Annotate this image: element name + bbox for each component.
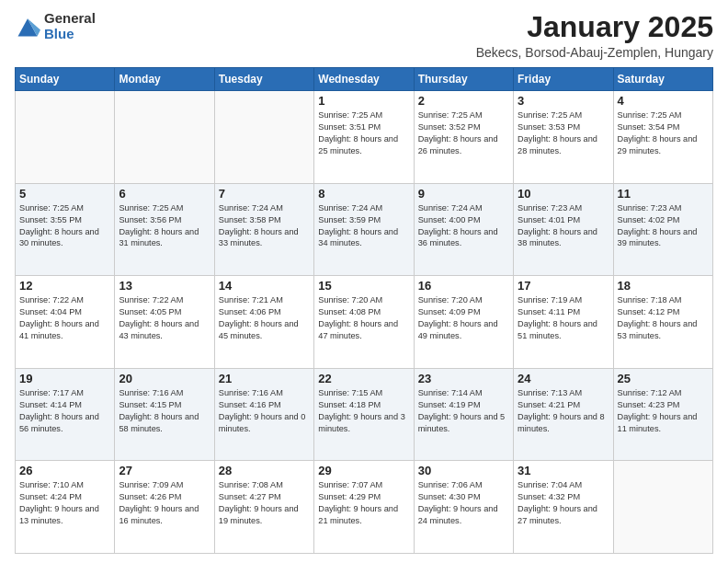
logo-icon bbox=[15, 14, 40, 40]
table-row: 8Sunrise: 7:24 AM Sunset: 3:59 PM Daylig… bbox=[314, 183, 414, 276]
day-info: Sunrise: 7:07 AM Sunset: 4:29 PM Dayligh… bbox=[318, 479, 409, 527]
day-info: Sunrise: 7:17 AM Sunset: 4:14 PM Dayligh… bbox=[19, 387, 110, 435]
table-row: 23Sunrise: 7:14 AM Sunset: 4:19 PM Dayli… bbox=[414, 368, 513, 461]
day-number: 29 bbox=[318, 464, 409, 477]
col-saturday: Saturday bbox=[613, 68, 712, 91]
table-row: 11Sunrise: 7:23 AM Sunset: 4:02 PM Dayli… bbox=[613, 183, 712, 276]
calendar-table: Sunday Monday Tuesday Wednesday Thursday… bbox=[15, 67, 713, 554]
day-number: 5 bbox=[19, 187, 110, 201]
day-number: 12 bbox=[19, 279, 110, 293]
day-number: 18 bbox=[618, 279, 709, 293]
day-info: Sunrise: 7:24 AM Sunset: 3:59 PM Dayligh… bbox=[318, 202, 409, 250]
day-info: Sunrise: 7:25 AM Sunset: 3:51 PM Dayligh… bbox=[318, 109, 409, 157]
day-info: Sunrise: 7:24 AM Sunset: 3:58 PM Dayligh… bbox=[219, 202, 310, 250]
day-number: 27 bbox=[119, 464, 210, 477]
col-wednesday: Wednesday bbox=[314, 68, 414, 91]
col-monday: Monday bbox=[115, 68, 214, 91]
day-info: Sunrise: 7:25 AM Sunset: 3:52 PM Dayligh… bbox=[418, 109, 509, 157]
day-number: 2 bbox=[418, 94, 509, 108]
table-row: 31Sunrise: 7:04 AM Sunset: 4:32 PM Dayli… bbox=[514, 461, 613, 554]
table-row: 19Sunrise: 7:17 AM Sunset: 4:14 PM Dayli… bbox=[16, 368, 115, 461]
day-info: Sunrise: 7:22 AM Sunset: 4:05 PM Dayligh… bbox=[119, 294, 210, 342]
logo: General Blue bbox=[15, 11, 96, 41]
calendar-week-row: 12Sunrise: 7:22 AM Sunset: 4:04 PM Dayli… bbox=[16, 276, 713, 369]
day-number: 16 bbox=[418, 279, 509, 293]
day-number: 28 bbox=[219, 464, 310, 477]
day-info: Sunrise: 7:15 AM Sunset: 4:18 PM Dayligh… bbox=[318, 387, 409, 435]
table-row: 1Sunrise: 7:25 AM Sunset: 3:51 PM Daylig… bbox=[314, 91, 414, 184]
day-info: Sunrise: 7:13 AM Sunset: 4:21 PM Dayligh… bbox=[518, 387, 609, 435]
table-row: 21Sunrise: 7:16 AM Sunset: 4:16 PM Dayli… bbox=[214, 368, 313, 461]
day-info: Sunrise: 7:25 AM Sunset: 3:55 PM Dayligh… bbox=[19, 202, 110, 250]
header: General Blue January 2025 Bekecs, Borsod… bbox=[15, 11, 713, 60]
day-number: 4 bbox=[618, 94, 709, 108]
table-row: 29Sunrise: 7:07 AM Sunset: 4:29 PM Dayli… bbox=[314, 461, 414, 554]
table-row: 27Sunrise: 7:09 AM Sunset: 4:26 PM Dayli… bbox=[115, 461, 214, 554]
day-number: 19 bbox=[19, 372, 110, 385]
title-month: January 2025 bbox=[476, 11, 713, 43]
table-row: 10Sunrise: 7:23 AM Sunset: 4:01 PM Dayli… bbox=[514, 183, 613, 276]
table-row bbox=[613, 461, 712, 554]
day-number: 11 bbox=[618, 187, 709, 201]
title-block: January 2025 Bekecs, Borsod-Abauj-Zemple… bbox=[476, 11, 713, 60]
col-friday: Friday bbox=[514, 68, 613, 91]
day-info: Sunrise: 7:04 AM Sunset: 4:32 PM Dayligh… bbox=[518, 479, 609, 527]
table-row: 2Sunrise: 7:25 AM Sunset: 3:52 PM Daylig… bbox=[414, 91, 513, 184]
day-number: 30 bbox=[418, 464, 509, 477]
table-row: 17Sunrise: 7:19 AM Sunset: 4:11 PM Dayli… bbox=[514, 276, 613, 369]
table-row bbox=[16, 91, 115, 184]
day-info: Sunrise: 7:16 AM Sunset: 4:16 PM Dayligh… bbox=[219, 387, 310, 435]
table-row: 13Sunrise: 7:22 AM Sunset: 4:05 PM Dayli… bbox=[115, 276, 214, 369]
day-number: 13 bbox=[119, 279, 210, 293]
day-number: 9 bbox=[418, 187, 509, 201]
calendar-week-row: 5Sunrise: 7:25 AM Sunset: 3:55 PM Daylig… bbox=[16, 183, 713, 276]
table-row: 7Sunrise: 7:24 AM Sunset: 3:58 PM Daylig… bbox=[214, 183, 313, 276]
table-row: 20Sunrise: 7:16 AM Sunset: 4:15 PM Dayli… bbox=[115, 368, 214, 461]
day-info: Sunrise: 7:08 AM Sunset: 4:27 PM Dayligh… bbox=[219, 479, 310, 527]
day-number: 14 bbox=[219, 279, 310, 293]
logo-text: General Blue bbox=[44, 11, 96, 41]
table-row: 12Sunrise: 7:22 AM Sunset: 4:04 PM Dayli… bbox=[16, 276, 115, 369]
day-info: Sunrise: 7:22 AM Sunset: 4:04 PM Dayligh… bbox=[19, 294, 110, 342]
day-info: Sunrise: 7:18 AM Sunset: 4:12 PM Dayligh… bbox=[618, 294, 709, 342]
day-info: Sunrise: 7:12 AM Sunset: 4:23 PM Dayligh… bbox=[618, 387, 709, 435]
day-number: 21 bbox=[219, 372, 310, 385]
table-row: 14Sunrise: 7:21 AM Sunset: 4:06 PM Dayli… bbox=[214, 276, 313, 369]
day-number: 17 bbox=[518, 279, 609, 293]
logo-general-text: General bbox=[44, 11, 96, 27]
day-number: 23 bbox=[418, 372, 509, 385]
day-number: 25 bbox=[618, 372, 709, 385]
col-thursday: Thursday bbox=[414, 68, 513, 91]
day-number: 8 bbox=[318, 187, 409, 201]
table-row: 4Sunrise: 7:25 AM Sunset: 3:54 PM Daylig… bbox=[613, 91, 712, 184]
table-row: 5Sunrise: 7:25 AM Sunset: 3:55 PM Daylig… bbox=[16, 183, 115, 276]
title-location: Bekecs, Borsod-Abauj-Zemplen, Hungary bbox=[476, 45, 713, 60]
day-number: 26 bbox=[19, 464, 110, 477]
day-info: Sunrise: 7:20 AM Sunset: 4:08 PM Dayligh… bbox=[318, 294, 409, 342]
table-row: 24Sunrise: 7:13 AM Sunset: 4:21 PM Dayli… bbox=[514, 368, 613, 461]
table-row bbox=[115, 91, 214, 184]
day-number: 24 bbox=[518, 372, 609, 385]
day-info: Sunrise: 7:25 AM Sunset: 3:53 PM Dayligh… bbox=[518, 109, 609, 157]
day-info: Sunrise: 7:06 AM Sunset: 4:30 PM Dayligh… bbox=[418, 479, 509, 527]
table-row: 28Sunrise: 7:08 AM Sunset: 4:27 PM Dayli… bbox=[214, 461, 313, 554]
table-row: 18Sunrise: 7:18 AM Sunset: 4:12 PM Dayli… bbox=[613, 276, 712, 369]
day-info: Sunrise: 7:25 AM Sunset: 3:56 PM Dayligh… bbox=[119, 202, 210, 250]
day-info: Sunrise: 7:19 AM Sunset: 4:11 PM Dayligh… bbox=[518, 294, 609, 342]
page: General Blue January 2025 Bekecs, Borsod… bbox=[0, 0, 728, 563]
table-row bbox=[214, 91, 313, 184]
table-row: 6Sunrise: 7:25 AM Sunset: 3:56 PM Daylig… bbox=[115, 183, 214, 276]
header-row: Sunday Monday Tuesday Wednesday Thursday… bbox=[16, 68, 713, 91]
day-number: 10 bbox=[518, 187, 609, 201]
day-info: Sunrise: 7:14 AM Sunset: 4:19 PM Dayligh… bbox=[418, 387, 509, 435]
calendar-week-row: 1Sunrise: 7:25 AM Sunset: 3:51 PM Daylig… bbox=[16, 91, 713, 184]
day-info: Sunrise: 7:25 AM Sunset: 3:54 PM Dayligh… bbox=[618, 109, 709, 157]
day-info: Sunrise: 7:24 AM Sunset: 4:00 PM Dayligh… bbox=[418, 202, 509, 250]
day-number: 6 bbox=[119, 187, 210, 201]
day-info: Sunrise: 7:21 AM Sunset: 4:06 PM Dayligh… bbox=[219, 294, 310, 342]
logo-blue-text: Blue bbox=[44, 27, 96, 42]
day-number: 15 bbox=[318, 279, 409, 293]
table-row: 25Sunrise: 7:12 AM Sunset: 4:23 PM Dayli… bbox=[613, 368, 712, 461]
day-number: 7 bbox=[219, 187, 310, 201]
day-info: Sunrise: 7:10 AM Sunset: 4:24 PM Dayligh… bbox=[19, 479, 110, 527]
